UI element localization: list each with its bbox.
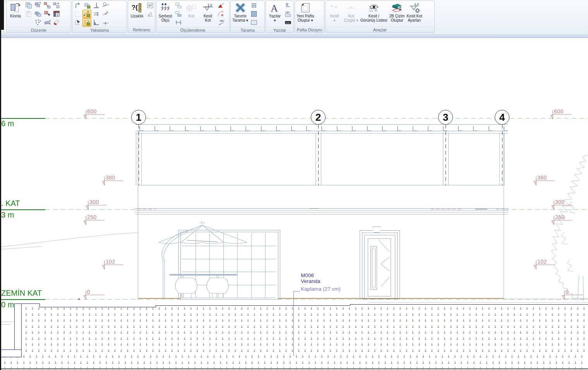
ribbon-group-1: Yakalama xyxy=(72,0,127,33)
dimshape2-icon xyxy=(175,10,182,18)
izgara-kilidi-button[interactable] xyxy=(82,1,91,10)
rafter-mark xyxy=(261,126,265,131)
eksen-yakalama-button[interactable] xyxy=(73,10,82,18)
ribbon-column: Kesit▾ xyxy=(326,1,343,26)
dimension-marker: 0 xyxy=(561,289,585,300)
kesit-kot-ayarlari-label: Kesit Kot xyxy=(407,14,422,18)
rafter-mark xyxy=(382,126,386,131)
drawing-line xyxy=(0,324,11,325)
egim-olcusu-button[interactable] xyxy=(216,18,225,27)
grid-axis-line xyxy=(318,125,319,185)
abcfolder-icon xyxy=(284,10,292,18)
tasi-button[interactable] xyxy=(43,1,51,10)
yeni-pafta-olustur-button[interactable]: Yeni PaftaOluştur ▾ xyxy=(296,1,315,22)
tablo-duzenle-button[interactable] xyxy=(52,10,61,18)
drawing-canvas[interactable]: ↓↓↓↓↓↓↓↓↓↓↓↓↓↓↓↓↓↓↓↓↓↓↓↓↓↓↓↓↓↓↓↓↓↓↓↓↓↓↓↓… xyxy=(0,0,588,370)
yapistir-button[interactable] xyxy=(24,10,33,18)
kesit-button[interactable]: Kesit▾ xyxy=(326,1,343,22)
yatay-olcu-button[interactable] xyxy=(174,18,183,27)
ribbon-group-content: TanımlıTarama ▾ xyxy=(231,1,264,27)
yon-cevir-button[interactable] xyxy=(73,1,82,10)
olcu-sekli-2-button[interactable] xyxy=(174,10,183,18)
drawing-line xyxy=(138,133,138,299)
kot-button[interactable]: Kot xyxy=(183,1,199,18)
serbest-olcu-button[interactable]: SerbestÖlçü xyxy=(157,1,173,22)
uzat-button[interactable] xyxy=(43,18,51,27)
rafter-mark xyxy=(489,126,493,131)
teget-yakalama-button[interactable] xyxy=(101,1,110,10)
izgara-tarama-button[interactable] xyxy=(249,1,258,10)
yakin-nokta-button[interactable] xyxy=(101,10,110,18)
rafter-mark xyxy=(215,126,219,131)
terrain-line xyxy=(0,229,139,251)
ribbon-group-7: Kesit▾KotÇizgisi ▾Kesit /Görünüş Listesi… xyxy=(325,0,435,33)
ribbon-group-content: Klonla xyxy=(7,1,71,27)
paralel-yakalama-button[interactable] xyxy=(92,10,101,18)
kesit-kot-label: Kesit xyxy=(204,14,212,18)
kot-cizgisi-button[interactable]: KotÇizgisi ▾ xyxy=(343,1,359,22)
kesit-kot-button[interactable]: KesitKot xyxy=(200,1,216,22)
ribbon-column: Yazılar▾ xyxy=(267,1,283,27)
dik-yakalama-button[interactable] xyxy=(92,1,101,10)
copy-icon xyxy=(25,2,33,9)
tanimli-tarama-button[interactable]: TanımlıTarama ▾ xyxy=(231,1,249,22)
sil-button[interactable] xyxy=(52,18,61,27)
ribbon-group-label: Yakalama xyxy=(72,27,127,33)
stackb-icon xyxy=(34,10,42,18)
tanimli-tarama-label: Tarama ▾ xyxy=(232,18,248,22)
nokta-secim-button[interactable] xyxy=(33,18,42,27)
aci-olcusu-button[interactable] xyxy=(216,1,225,10)
stretch-icon xyxy=(43,19,51,26)
kesit-gorunus-listesi-button[interactable]: Kesit /Görünüş Listesi xyxy=(360,1,388,22)
tasima-grubu-button[interactable] xyxy=(33,1,42,10)
nokta-kilidi-button[interactable] xyxy=(82,10,91,18)
alan-olc-button[interactable] xyxy=(146,1,154,10)
rafter-mark xyxy=(170,126,174,131)
ribbon-group-3: SerbestÖlçüKotKesitKotÖlçülendirme xyxy=(156,0,230,33)
corner-icon xyxy=(93,19,100,26)
olcu-sekli-1-button[interactable] xyxy=(174,1,183,10)
imlec-yakalama-button[interactable] xyxy=(73,18,82,27)
cursoraxis-icon xyxy=(74,19,82,26)
yazi-klasoru-button[interactable] xyxy=(283,10,292,18)
kopyala-button[interactable] xyxy=(24,1,33,10)
kopyala-tasi-button[interactable] xyxy=(43,10,51,18)
yeni-pafta-olustur-label: Yeni Pafta xyxy=(297,14,314,18)
dimshape1-icon xyxy=(175,2,182,9)
yaricap-olcusu-button[interactable] xyxy=(216,10,225,18)
grid-axis-line xyxy=(139,125,139,185)
kose-yakalama-button[interactable] xyxy=(92,18,101,27)
dimension-value: 0 xyxy=(87,289,90,295)
rafter-mark xyxy=(458,126,462,131)
kolon-yazisi-button[interactable] xyxy=(283,1,292,10)
level-name: . KAT xyxy=(1,199,20,208)
ribbon-group-content: SerbestÖlçüKotKesitKot xyxy=(156,1,229,27)
dimension-value: 250 xyxy=(555,214,565,220)
klonla-button[interactable]: Klonla xyxy=(7,1,24,18)
drawing-line xyxy=(448,133,449,185)
bolge-tarama-button[interactable] xyxy=(249,18,258,27)
rafter-mark xyxy=(154,126,159,131)
2b-cizim-olustur-button[interactable]: 2B ÇizimOluştur xyxy=(388,1,405,22)
kesit-kot-ayarlari-button[interactable]: Kesit KotAyarları xyxy=(406,1,423,22)
ribbon-group-0: KlonlaDüzenle xyxy=(6,0,71,33)
ribbon-column: KotÇizgisi ▾ xyxy=(343,1,359,26)
grid-bubble-label: 2 xyxy=(315,111,321,123)
kotlinegray-icon xyxy=(345,2,357,14)
obje-kilidi-button[interactable] xyxy=(82,18,91,27)
coklu-kopya-button[interactable] xyxy=(52,1,61,10)
uzaklik-button[interactable]: Uzaklık xyxy=(129,1,145,18)
siralama-button[interactable] xyxy=(33,10,42,18)
yazilar-button[interactable]: Yazılar▾ xyxy=(267,1,283,22)
dimension-value: 600 xyxy=(87,108,97,115)
dimension-marker: 380 xyxy=(101,175,125,186)
mirrorred-icon xyxy=(43,2,51,9)
nokta-yakalama-button[interactable] xyxy=(101,18,110,27)
dolu-tarama-button[interactable] xyxy=(249,10,258,18)
earth-hatch-row: ↓↓↓↓↓↓↓↓↓↓↓↓↓↓↓↓↓↓↓↓↓↓↓↓↓↓↓↓↓↓↓↓↓↓↓↓↓↓↓↓… xyxy=(3,366,586,370)
rafter-mark xyxy=(200,126,204,131)
ribbon-column: Klonla xyxy=(7,1,24,27)
yazi-degistir-button[interactable] xyxy=(283,18,292,27)
grid-bubble-2: 2 xyxy=(311,110,326,125)
aci-olc-button[interactable] xyxy=(146,10,154,18)
